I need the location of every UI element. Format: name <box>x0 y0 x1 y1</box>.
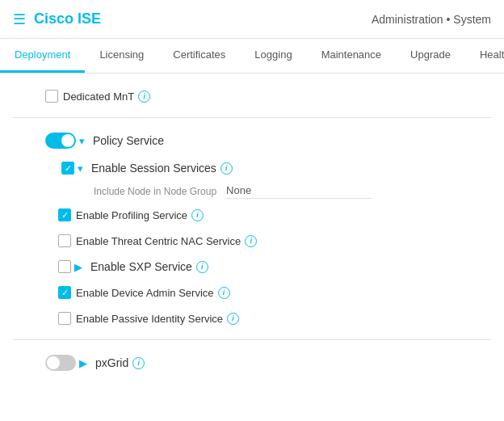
enable-session-chevron[interactable]: ▾ <box>78 162 83 175</box>
enable-profiling-checkbox[interactable] <box>58 208 71 221</box>
tab-health-checks[interactable]: Health Checks <box>465 39 504 73</box>
enable-sxp-chevron[interactable]: ▶ <box>74 261 82 273</box>
enable-sxp-row: ▶ Enable SXP Service i <box>13 254 491 280</box>
pxgrid-toggle[interactable] <box>45 355 76 371</box>
enable-session-row: ▾ Enable Session Services i <box>13 155 491 181</box>
enable-device-admin-checkbox-box <box>58 286 71 299</box>
nav-tabs: Deployment Licensing Certificates Loggin… <box>0 39 504 74</box>
enable-profiling-row: Enable Profiling Service i <box>13 202 491 228</box>
policy-service-toggle-thumb <box>61 134 74 147</box>
enable-device-admin-row: Enable Device Admin Service i <box>13 280 491 305</box>
dedicated-mnt-checkbox-box <box>45 90 58 103</box>
enable-session-checkbox-box <box>61 162 74 175</box>
pxgrid-info-icon[interactable]: i <box>132 357 145 369</box>
tab-upgrade[interactable]: Upgrade <box>396 39 465 73</box>
tab-licensing[interactable]: Licensing <box>85 39 158 73</box>
enable-threat-checkbox-box <box>58 234 71 247</box>
enable-sxp-checkbox-box <box>58 260 71 273</box>
policy-service-toggle[interactable] <box>45 133 76 149</box>
pxgrid-row: ▶ pxGrid i <box>13 348 491 377</box>
tab-maintenance[interactable]: Maintenance <box>307 39 396 73</box>
enable-profiling-checkbox-box <box>58 208 71 221</box>
policy-service-chevron[interactable]: ▾ <box>79 135 85 147</box>
pxgrid-chevron[interactable]: ▶ <box>79 357 87 369</box>
divider-1 <box>13 117 491 118</box>
node-group-value: None <box>226 184 372 199</box>
enable-device-admin-checkbox[interactable] <box>58 286 71 299</box>
node-group-label: Include Node in Node Group <box>94 186 216 197</box>
policy-service-toggle-track <box>45 133 76 149</box>
divider-2 <box>13 339 491 340</box>
tab-certificates[interactable]: Certificates <box>158 39 240 73</box>
pxgrid-toggle-track <box>45 355 76 371</box>
tab-deployment[interactable]: Deployment <box>0 39 85 73</box>
pxgrid-toggle-thumb <box>47 356 60 369</box>
enable-sxp-label: Enable SXP Service <box>90 260 192 273</box>
dedicated-mnt-row: Dedicated MnT i <box>13 83 491 109</box>
menu-icon[interactable]: ☰ <box>13 11 26 28</box>
enable-device-admin-label: Enable Device Admin Service <box>76 287 214 299</box>
enable-passive-row: Enable Passive Identity Service i <box>13 305 491 331</box>
enable-device-admin-info-icon[interactable]: i <box>218 287 230 299</box>
enable-sxp-info-icon[interactable]: i <box>196 261 208 273</box>
enable-passive-label: Enable Passive Identity Service <box>76 313 223 325</box>
enable-profiling-label: Enable Profiling Service <box>76 209 187 221</box>
header: ☰ Cisco ISE Administration • System <box>0 0 504 39</box>
enable-profiling-info-icon[interactable]: i <box>191 209 204 221</box>
enable-passive-checkbox-box <box>58 312 71 325</box>
dedicated-mnt-checkbox[interactable] <box>45 90 58 103</box>
header-title: Administration • System <box>372 13 491 26</box>
enable-session-checkbox[interactable] <box>61 162 74 175</box>
enable-passive-info-icon[interactable]: i <box>227 313 239 325</box>
dedicated-mnt-info-icon[interactable]: i <box>138 91 150 103</box>
enable-threat-label: Enable Threat Centric NAC Service <box>76 235 241 247</box>
enable-sxp-checkbox[interactable] <box>58 260 71 273</box>
enable-threat-row: Enable Threat Centric NAC Service i <box>13 228 491 254</box>
enable-session-info-icon[interactable]: i <box>220 162 233 175</box>
dedicated-mnt-label: Dedicated MnT <box>63 91 134 103</box>
policy-service-label: Policy Service <box>93 134 164 147</box>
enable-threat-info-icon[interactable]: i <box>245 235 257 247</box>
content-area: Dedicated MnT i ▾ Policy Service ▾ Enabl… <box>0 74 504 390</box>
brand-logo: Cisco ISE <box>34 11 101 27</box>
tab-logging[interactable]: Logging <box>240 39 306 73</box>
node-group-row: Include Node in Node Group None <box>13 181 491 202</box>
pxgrid-label: pxGrid <box>95 356 128 369</box>
enable-session-label: Enable Session Services <box>91 162 216 175</box>
enable-passive-checkbox[interactable] <box>58 312 71 325</box>
enable-threat-checkbox[interactable] <box>58 234 71 247</box>
policy-service-row: ▾ Policy Service <box>13 126 491 155</box>
